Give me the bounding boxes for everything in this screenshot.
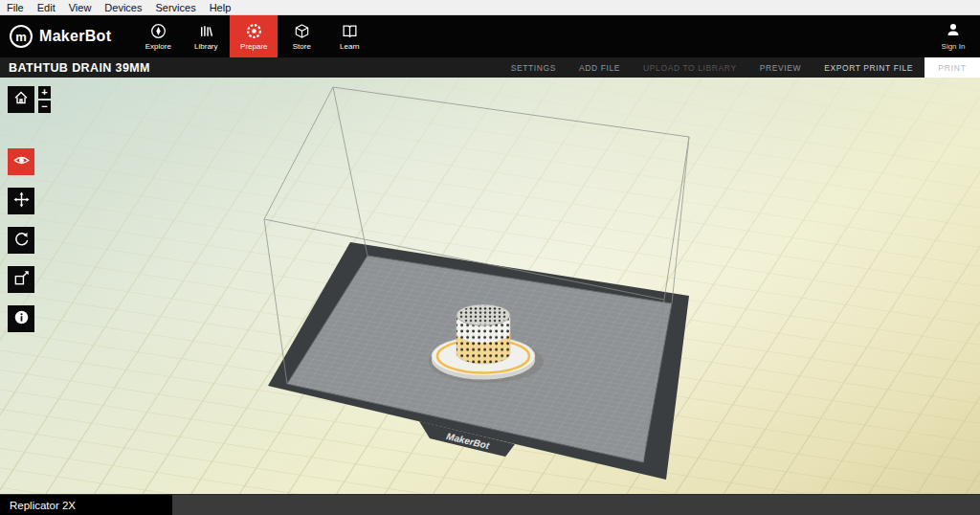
- device-name-label: Replicator 2X: [10, 500, 76, 511]
- nav-explore[interactable]: Explore: [134, 15, 182, 57]
- makerbot-desktop-window: File Edit View Devices Services Help m M…: [0, 0, 980, 515]
- nav-store[interactable]: Store: [278, 15, 325, 57]
- nav-prepare[interactable]: Prepare: [230, 15, 278, 57]
- print-button: PRINT: [924, 57, 980, 78]
- home-icon: [13, 90, 29, 109]
- menu-help[interactable]: Help: [203, 0, 238, 15]
- upload-to-library-action: UPLOAD TO LIBRARY: [632, 57, 748, 78]
- document-titlebar: BATHTUB DRAIN 39MM SETTINGS ADD FILE UPL…: [0, 57, 980, 78]
- book-icon: [342, 23, 358, 39]
- nav-library[interactable]: Library: [182, 15, 230, 57]
- move-tool-button[interactable]: [8, 188, 34, 214]
- menu-file[interactable]: File: [0, 0, 31, 15]
- status-bar: Replicator 2X: [0, 494, 980, 515]
- primary-nav: Explore Library Prepare Store: [134, 15, 373, 57]
- nav-learn[interactable]: Learn: [325, 15, 373, 57]
- menu-services[interactable]: Services: [148, 0, 202, 15]
- nav-label: Explore: [145, 42, 171, 51]
- device-selector[interactable]: Replicator 2X: [0, 495, 172, 515]
- info-tool-button[interactable]: [8, 305, 34, 332]
- document-title: BATHTUB DRAIN 39MM: [0, 57, 150, 78]
- rotate-icon: [13, 231, 30, 251]
- os-menubar: File Edit View Devices Services Help: [0, 0, 980, 15]
- menu-view[interactable]: View: [62, 0, 99, 15]
- info-icon: [13, 309, 30, 329]
- move-arrows-icon: [13, 191, 30, 212]
- books-icon: [198, 23, 214, 39]
- cube-icon: [294, 23, 310, 39]
- add-file-action[interactable]: ADD FILE: [568, 57, 632, 78]
- build-scene: MakerBot: [0, 78, 980, 494]
- rotate-tool-button[interactable]: [8, 227, 34, 254]
- sign-in-button[interactable]: Sign In: [926, 15, 980, 57]
- gear-icon: [246, 23, 262, 39]
- home-view-button[interactable]: [8, 86, 34, 113]
- menu-devices[interactable]: Devices: [98, 0, 148, 15]
- person-icon: [946, 22, 961, 39]
- zoom-in-button[interactable]: +: [38, 86, 51, 99]
- compass-icon: [150, 23, 167, 39]
- zoom-out-button[interactable]: −: [38, 101, 51, 113]
- preview-action[interactable]: PREVIEW: [748, 57, 813, 78]
- makerbot-brand: m MakerBot: [0, 15, 124, 57]
- makerbot-logo-icon: m: [10, 25, 33, 48]
- nav-label: Library: [194, 42, 217, 51]
- sign-in-label: Sign In: [942, 42, 966, 51]
- viewport-3d[interactable]: MakerBot: [0, 78, 980, 494]
- view-mode-button[interactable]: [8, 148, 34, 175]
- scale-tool-button[interactable]: [8, 266, 34, 293]
- app-toolbar: m MakerBot Explore Library Prepare: [0, 15, 980, 57]
- scale-icon: [13, 270, 30, 290]
- titlebar-actions: SETTINGS ADD FILE UPLOAD TO LIBRARY PREV…: [500, 57, 980, 78]
- nav-label: Store: [293, 42, 311, 51]
- settings-action[interactable]: SETTINGS: [500, 57, 568, 78]
- nav-label: Prepare: [240, 42, 267, 51]
- eye-icon: [13, 152, 30, 172]
- brand-wordmark: MakerBot: [39, 28, 111, 45]
- menu-edit[interactable]: Edit: [31, 0, 62, 15]
- export-print-file-action[interactable]: EXPORT PRINT FILE: [813, 57, 924, 78]
- nav-label: Learn: [340, 42, 359, 51]
